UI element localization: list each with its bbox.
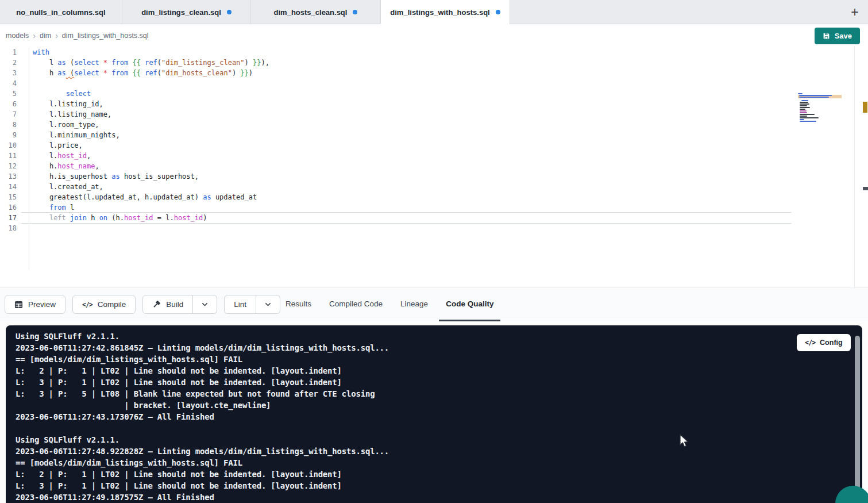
terminal-line: L: 3 | P: 5 | LT08 | Blank line expected…: [16, 388, 389, 400]
line-number[interactable]: 4: [0, 78, 25, 89]
tab-dim-hosts-clean[interactable]: dim_hosts_clean.sql: [251, 0, 381, 24]
code-line[interactable]: from l: [33, 202, 269, 213]
code-line[interactable]: l.host_id,: [33, 151, 269, 161]
code-line[interactable]: h.is_superhost as host_is_superhost,: [33, 171, 269, 182]
line-number[interactable]: 10: [0, 140, 25, 151]
terminal-line: L: 2 | P: 1 | LT02 | Line should not be …: [16, 365, 389, 377]
line-number[interactable]: 13: [0, 171, 25, 182]
minimap-line: [800, 109, 805, 110]
code-line[interactable]: left join h on (h.host_id = l.host_id): [33, 213, 269, 223]
code-token: h: [87, 214, 99, 222]
code-line[interactable]: l.minimum_nights,: [33, 130, 269, 140]
line-number[interactable]: 5: [0, 89, 25, 99]
tab-no-nulls-in-columns[interactable]: no_nulls_in_columns.sql: [0, 0, 122, 24]
floppy-save-icon: [823, 32, 830, 40]
editor-toolbar: Preview </> Compile Build: [0, 287, 868, 321]
tab-dim-listings-clean[interactable]: dim_listings_clean.sql: [122, 0, 251, 24]
code-line[interactable]: greatest(l.updated_at, h.updated_at) as …: [33, 192, 269, 202]
code-content[interactable]: with l as (select * from {{ ref("dim_lis…: [33, 47, 269, 233]
config-button[interactable]: </> Config: [797, 334, 851, 351]
line-number[interactable]: 3: [0, 68, 25, 78]
code-token: greatest(l.updated_at, h.updated_at): [33, 193, 203, 201]
hammer-icon: [152, 300, 161, 309]
terminal-scrollbar[interactable]: [855, 336, 860, 503]
code-token: as: [111, 172, 119, 181]
chevron-right-icon: ›: [55, 31, 58, 40]
breadcrumb-dim[interactable]: dim: [40, 32, 51, 40]
build-options-button[interactable]: [193, 295, 217, 314]
line-number[interactable]: 12: [0, 161, 25, 171]
tab-results[interactable]: Results: [279, 288, 318, 321]
code-line[interactable]: select: [33, 89, 269, 99]
code-token: l.listing_id,: [33, 100, 103, 108]
code-line[interactable]: l.listing_name,: [33, 109, 269, 120]
terminal-line: == [models/dim/dim_listings_with_hosts.s…: [16, 354, 389, 365]
code-token: host_id: [124, 214, 153, 222]
minimap-line: [800, 116, 807, 117]
code-line[interactable]: h as (select * from {{ ref("dim_hosts_cl…: [33, 68, 269, 78]
code-token: from: [111, 69, 128, 77]
minimap[interactable]: [798, 93, 842, 122]
code-line[interactable]: l.price,: [33, 140, 269, 151]
minimap-line: [800, 110, 807, 112]
code-token: ref: [145, 59, 157, 67]
lint-options-button[interactable]: [256, 295, 280, 314]
code-line[interactable]: with: [33, 47, 269, 57]
minimap-line: [800, 114, 815, 115]
line-number[interactable]: 8: [0, 120, 25, 130]
result-tabs: Results Compiled Code Lineage Code Quali…: [279, 288, 500, 321]
save-button[interactable]: Save: [815, 28, 860, 44]
line-number[interactable]: 7: [0, 109, 25, 120]
breadcrumb-models[interactable]: models: [6, 32, 29, 40]
line-number[interactable]: 15: [0, 192, 25, 202]
tab-code-quality[interactable]: Code Quality: [439, 288, 500, 321]
code-line[interactable]: [33, 78, 269, 89]
line-number[interactable]: 2: [0, 57, 25, 68]
code-token: on: [99, 214, 107, 222]
minimap-line: [800, 117, 819, 118]
editor-gutter[interactable]: 123456789101112131415161718: [0, 47, 25, 233]
code-token: host_id: [174, 214, 203, 222]
breadcrumb-file[interactable]: dim_listings_with_hosts.sql: [62, 32, 149, 40]
line-number[interactable]: 16: [0, 202, 25, 213]
tab-compiled-code[interactable]: Compiled Code: [322, 288, 389, 321]
line-number[interactable]: 6: [0, 99, 25, 109]
build-button[interactable]: Build: [142, 295, 193, 314]
code-line[interactable]: l.room_type,: [33, 120, 269, 130]
code-line[interactable]: h.host_name,: [33, 161, 269, 171]
tab-label: no_nulls_in_columns.sql: [16, 8, 105, 17]
code-line[interactable]: l.created_at,: [33, 182, 269, 192]
code-token: (: [66, 69, 74, 77]
code-token: l.created_at,: [33, 183, 103, 191]
terminal-line: Using SQLFluff v2.1.1.: [16, 331, 389, 342]
minimap-line: [800, 105, 807, 106]
code-editor[interactable]: 123456789101112131415161718 with l as (s…: [0, 46, 868, 287]
preview-button[interactable]: Preview: [5, 295, 65, 314]
terminal-line: L: 2 | P: 1 | LT02 | Line should not be …: [16, 469, 389, 480]
line-number[interactable]: 18: [0, 223, 25, 233]
code-token: ): [245, 59, 253, 67]
compile-button[interactable]: </> Compile: [72, 295, 136, 314]
code-line[interactable]: l as (select * from {{ ref("dim_listings…: [33, 57, 269, 68]
code-line[interactable]: [33, 223, 269, 233]
code-token: select: [74, 69, 99, 77]
modified-dot-icon: [353, 10, 357, 14]
code-icon: </>: [82, 301, 92, 309]
code-token: ): [249, 69, 253, 77]
code-token: (: [157, 69, 161, 77]
tab-label: dim_hosts_clean.sql: [274, 8, 348, 17]
lint-button-label: Lint: [234, 300, 246, 309]
line-number[interactable]: 1: [0, 47, 25, 57]
code-line[interactable]: l.listing_id,: [33, 99, 269, 109]
tab-lineage[interactable]: Lineage: [394, 288, 435, 321]
line-number[interactable]: 9: [0, 130, 25, 140]
code-token: (: [157, 59, 161, 67]
new-tab-button[interactable]: +: [842, 0, 868, 24]
code-token: l: [33, 59, 57, 67]
line-number[interactable]: 14: [0, 182, 25, 192]
tab-dim-listings-with-hosts[interactable]: dim_listings_with_hosts.sql: [381, 0, 510, 24]
line-number[interactable]: 11: [0, 151, 25, 161]
lint-button[interactable]: Lint: [224, 295, 256, 314]
code-token: select: [74, 59, 99, 67]
line-number[interactable]: 17: [0, 213, 25, 223]
